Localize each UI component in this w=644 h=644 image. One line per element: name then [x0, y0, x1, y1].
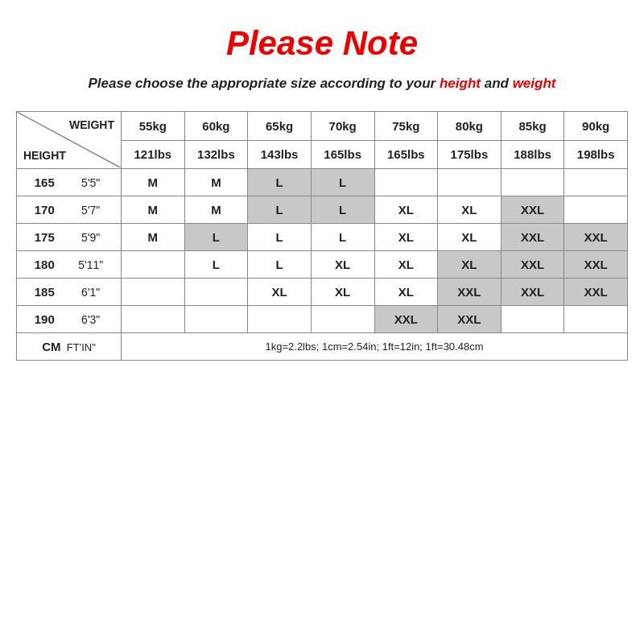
- size-chart-table-wrapper: WEIGHT HEIGHT 55kg60kg65kg70kg75kg80kg85…: [16, 111, 628, 361]
- page-title: Please Note: [226, 24, 418, 63]
- weight-header-1: 60kg: [184, 112, 248, 141]
- lbs-header-1: 132lbs: [184, 140, 248, 169]
- size-cell: L: [184, 224, 248, 251]
- cm-value: 170: [23, 203, 66, 217]
- size-cell: XXL: [438, 279, 502, 306]
- cm-cell: 1755'9": [17, 224, 122, 251]
- weight-header-2: 65kg: [248, 112, 312, 141]
- table-row: 1856'1"XLXLXLXXLXXLXXL: [17, 279, 628, 306]
- size-cell: XL: [374, 224, 438, 251]
- size-chart-table: WEIGHT HEIGHT 55kg60kg65kg70kg75kg80kg85…: [16, 111, 628, 361]
- size-cell: M: [122, 169, 185, 196]
- size-cell: M: [184, 169, 248, 196]
- size-cell: XXL: [501, 196, 564, 224]
- size-cell: XXL: [501, 224, 564, 251]
- ftin-value: 6'1": [66, 286, 115, 299]
- lbs-header-4: 165lbs: [374, 140, 438, 169]
- ftin-value: 5'7": [66, 204, 115, 217]
- ftin-value: 6'3": [66, 313, 115, 326]
- ftin-value: 5'9": [66, 231, 115, 244]
- footer-cm: CM: [42, 340, 60, 353]
- header-row: WEIGHT HEIGHT 55kg60kg65kg70kg75kg80kg85…: [17, 112, 628, 141]
- table-row: 1755'9"MLLLXLXLXXLXXL: [17, 224, 628, 251]
- corner-height-label: HEIGHT: [23, 149, 66, 162]
- size-cell: XL: [311, 279, 374, 306]
- table-row: 1655'5"MMLL: [17, 169, 628, 196]
- subtitle: Please choose the appropriate size accor…: [89, 76, 556, 92]
- size-cell: [311, 306, 374, 333]
- size-cell: [184, 279, 248, 306]
- size-cell: M: [122, 224, 185, 251]
- size-cell: XL: [374, 196, 438, 224]
- ftin-value: 5'5": [66, 176, 115, 189]
- size-cell: XXL: [501, 279, 564, 306]
- size-cell: XXL: [564, 224, 628, 251]
- footer-ftin: FT'IN": [67, 341, 96, 353]
- weight-header-4: 75kg: [374, 112, 438, 141]
- size-cell: XXL: [564, 251, 628, 279]
- size-cell: [248, 306, 312, 333]
- cm-cell: 1705'7": [17, 196, 122, 224]
- cm-value: 190: [23, 312, 66, 326]
- size-cell: [184, 306, 248, 333]
- size-cell: M: [184, 196, 248, 224]
- lbs-header-5: 175lbs: [438, 140, 502, 169]
- subtitle-mid: and: [481, 76, 513, 91]
- weight-header-7: 90kg: [564, 112, 628, 141]
- table-row: 1705'7"MMLLXLXLXXL: [17, 196, 628, 224]
- size-cell: [122, 251, 185, 279]
- cm-cell: 1906'3": [17, 306, 122, 333]
- lbs-header-0: 121lbs: [122, 140, 185, 169]
- cm-value: 165: [23, 175, 66, 189]
- lbs-header-2: 143lbs: [248, 140, 312, 169]
- size-cell: L: [248, 251, 312, 279]
- size-cell: XXL: [374, 306, 438, 333]
- table-row: 1805'11"LLXLXLXLXXLXXL: [17, 251, 628, 279]
- subtitle-height: height: [440, 76, 481, 91]
- size-cell: [564, 306, 628, 333]
- size-cell: [501, 169, 564, 196]
- footer-note-cell: 1kg=2.2lbs; 1cm=2.54in; 1ft=12in; 1ft=30…: [122, 333, 628, 361]
- corner-weight-label: WEIGHT: [69, 118, 114, 131]
- cm-cell: 1805'11": [17, 251, 122, 279]
- size-cell: XL: [438, 196, 502, 224]
- cm-value: 185: [23, 285, 66, 299]
- size-cell: XXL: [564, 279, 628, 306]
- size-cell: L: [311, 196, 374, 224]
- subtitle-before: Please choose the appropriate size accor…: [89, 76, 440, 91]
- size-cell: L: [248, 169, 312, 196]
- footer-row: CM FT'IN"1kg=2.2lbs; 1cm=2.54in; 1ft=12i…: [17, 333, 628, 361]
- size-cell: L: [311, 169, 374, 196]
- cm-value: 175: [23, 230, 66, 244]
- size-cell: XL: [374, 279, 438, 306]
- size-cell: [122, 306, 185, 333]
- size-cell: [564, 196, 628, 224]
- size-cell: [374, 169, 438, 196]
- ftin-value: 5'11": [66, 258, 115, 271]
- size-cell: XL: [248, 279, 312, 306]
- size-cell: XL: [438, 251, 502, 279]
- size-cell: M: [122, 196, 185, 224]
- cm-value: 180: [23, 258, 66, 271]
- size-cell: L: [184, 251, 248, 279]
- size-cell: [501, 306, 564, 333]
- lbs-header-7: 198lbs: [564, 140, 628, 169]
- size-cell: [438, 169, 502, 196]
- weight-header-5: 80kg: [438, 112, 502, 141]
- weight-header-6: 85kg: [501, 112, 564, 141]
- table-row: 1906'3"XXLXXL: [17, 306, 628, 333]
- size-cell: [122, 279, 185, 306]
- size-cell: L: [248, 196, 312, 224]
- size-cell: XL: [374, 251, 438, 279]
- size-cell: [564, 169, 628, 196]
- size-cell: XL: [438, 224, 502, 251]
- size-cell: XXL: [501, 251, 564, 279]
- size-cell: L: [248, 224, 312, 251]
- size-cell: XL: [311, 251, 374, 279]
- lbs-header-3: 165lbs: [311, 140, 374, 169]
- weight-header-3: 70kg: [311, 112, 374, 141]
- lbs-header-6: 188lbs: [501, 140, 564, 169]
- size-cell: XXL: [438, 306, 502, 333]
- cm-cell: 1655'5": [17, 169, 122, 196]
- footer-corner-cell: CM FT'IN": [17, 333, 122, 361]
